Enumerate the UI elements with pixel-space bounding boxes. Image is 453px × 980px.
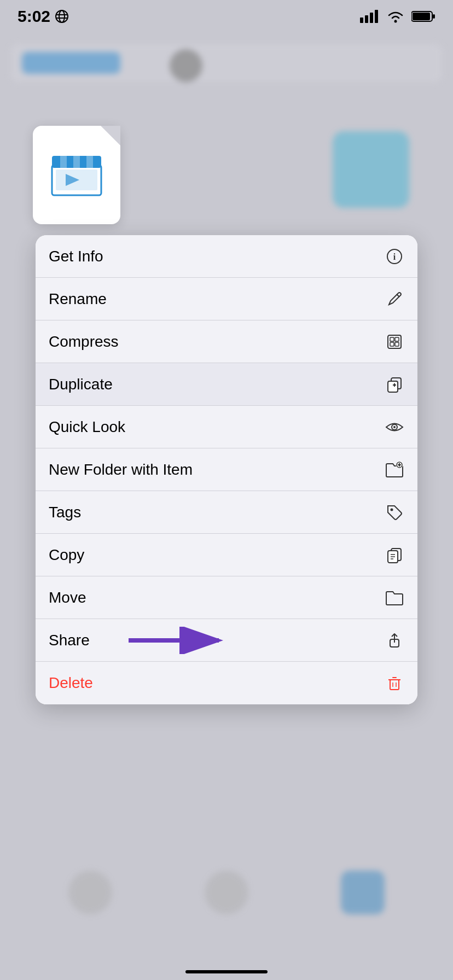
menu-item-copy[interactable]: Copy — [36, 534, 417, 576]
svg-rect-26 — [395, 342, 399, 346]
signal-icon — [360, 10, 380, 23]
svg-rect-25 — [390, 342, 394, 346]
menu-item-compress[interactable]: Compress — [36, 320, 417, 363]
get-info-label: Get Info — [49, 248, 103, 265]
trash-icon — [385, 673, 404, 693]
svg-rect-15 — [73, 156, 80, 168]
menu-item-rename[interactable]: Rename — [36, 278, 417, 320]
arrow-annotation — [123, 627, 233, 654]
battery-icon — [411, 10, 435, 22]
menu-item-quick-look[interactable]: Quick Look — [36, 406, 417, 448]
eye-icon — [385, 417, 404, 437]
new-folder-label: New Folder with Item — [49, 461, 193, 479]
compress-box-icon — [385, 332, 404, 352]
menu-item-duplicate[interactable]: Duplicate — [36, 363, 417, 406]
status-icons — [360, 10, 435, 23]
file-icon-container — [33, 126, 120, 224]
status-bar: 5:02 — [0, 0, 453, 33]
svg-point-32 — [393, 426, 396, 428]
svg-rect-23 — [390, 337, 394, 341]
svg-line-21 — [397, 294, 399, 297]
svg-rect-4 — [360, 18, 363, 23]
menu-item-share[interactable]: Share — [36, 619, 417, 662]
delete-label: Delete — [49, 674, 93, 692]
copy-icon — [385, 545, 404, 565]
svg-rect-10 — [413, 13, 430, 20]
menu-item-tags[interactable]: Tags — [36, 491, 417, 534]
share-label: Share — [49, 632, 90, 649]
quick-look-label: Quick Look — [49, 418, 125, 436]
svg-rect-22 — [388, 335, 401, 348]
menu-item-get-info[interactable]: Get Info i — [36, 235, 417, 278]
svg-rect-6 — [370, 13, 373, 23]
home-indicator[interactable] — [185, 970, 268, 973]
tags-label: Tags — [49, 504, 81, 521]
share-icon — [385, 631, 404, 650]
svg-rect-47 — [390, 680, 399, 690]
svg-point-0 — [56, 10, 68, 22]
svg-rect-14 — [60, 156, 67, 168]
clapper-icon — [49, 153, 104, 197]
pencil-icon — [385, 289, 404, 309]
svg-rect-5 — [365, 15, 368, 23]
rename-label: Rename — [49, 290, 107, 308]
svg-rect-16 — [86, 156, 93, 168]
file-icon — [33, 126, 120, 224]
svg-rect-24 — [395, 337, 399, 341]
svg-rect-11 — [433, 14, 435, 19]
wifi-icon — [386, 10, 405, 23]
status-time: 5:02 — [18, 7, 69, 26]
compress-label: Compress — [49, 333, 119, 351]
info-circle-icon: i — [385, 247, 404, 266]
menu-item-new-folder[interactable]: New Folder with Item — [36, 448, 417, 491]
duplicate-icon — [385, 375, 404, 394]
svg-point-37 — [391, 508, 393, 511]
svg-rect-7 — [375, 10, 378, 23]
menu-item-delete[interactable]: Delete — [36, 662, 417, 704]
svg-point-1 — [59, 10, 65, 22]
folder-icon — [385, 588, 404, 608]
time-label: 5:02 — [18, 7, 50, 26]
copy-label: Copy — [49, 546, 84, 564]
move-label: Move — [49, 589, 86, 606]
globe-icon — [55, 9, 69, 24]
duplicate-label: Duplicate — [49, 376, 113, 393]
svg-text:i: i — [393, 252, 396, 261]
folder-plus-icon — [385, 460, 404, 480]
menu-item-move[interactable]: Move — [36, 576, 417, 619]
context-menu: Get Info i Rename Compress — [36, 235, 417, 704]
svg-rect-28 — [388, 381, 398, 392]
svg-point-8 — [394, 20, 397, 23]
tag-icon — [385, 503, 404, 522]
